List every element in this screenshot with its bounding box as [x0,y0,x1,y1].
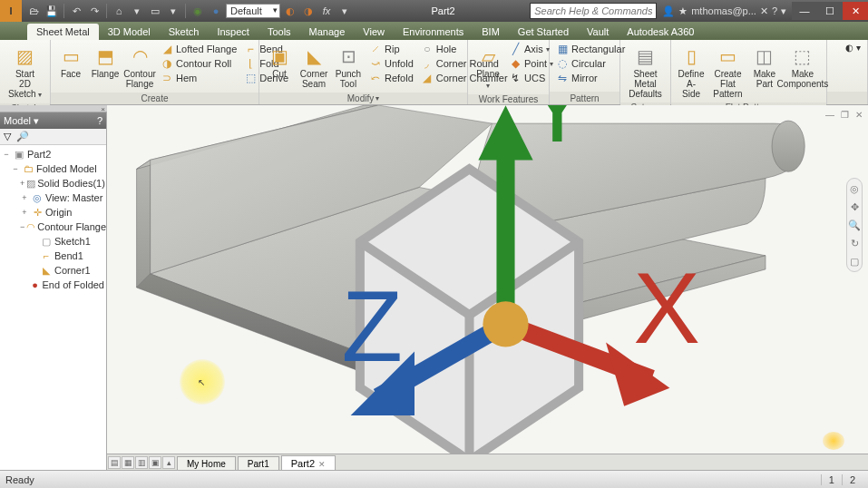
tab-manage[interactable]: Manage [300,24,355,40]
document-title: Part2 [413,5,473,16]
circular-button[interactable]: ◌Circular [553,56,628,71]
tree-end-of-folded[interactable]: ●End of Folded [2,278,104,292]
rip-button[interactable]: ⟋Rip [366,42,416,56]
tree-origin[interactable]: +✛Origin [2,205,104,220]
plane-button[interactable]: ▱ Plane [472,42,504,93]
mirror-button[interactable]: ⇋Mirror [553,71,628,85]
close-tab-icon[interactable]: ✕ [318,460,326,469]
browser-drag-bar[interactable]: × [0,105,107,112]
tree-bend[interactable]: ⌐Bend1 [2,249,104,263]
lofted-flange-button[interactable]: ◢Lofted Flange [158,42,239,56]
tree-solid-bodies[interactable]: +▨Solid Bodies(1) [2,176,104,190]
sheet-metal-defaults-button[interactable]: ▤ Sheet Metal Defaults [624,42,667,101]
part-icon: ▣ [13,148,25,161]
filter-icon[interactable]: ▽ [4,131,11,142]
tab-my-home[interactable]: My Home [177,456,236,471]
tab-sheet-metal[interactable]: Sheet Metal [27,24,99,40]
tab-scroll-icon[interactable]: ▴ [162,456,175,469]
make-part-button[interactable]: ◫ Make Part [748,42,781,91]
user-name[interactable]: mthomas@p... [691,5,756,16]
label: Punch [336,69,361,79]
color-icon[interactable]: ◐ [282,3,298,19]
tab-inspect[interactable]: Inspect [208,24,258,40]
tab-environments[interactable]: Environments [394,24,473,40]
start-2d-sketch-button[interactable]: ▨ Start 2D Sketch [4,42,46,102]
redo-icon[interactable]: ↷ [86,3,102,19]
favorite-icon[interactable]: ★ [678,5,688,17]
tab-get-started[interactable]: Get Started [509,24,578,40]
tree-view[interactable]: +◎View: Master [2,190,104,205]
tree-folded-model[interactable]: −🗀Folded Model [2,161,104,176]
status-page-1[interactable]: 1 [821,474,842,485]
cut-button[interactable]: ▣ Cut [263,42,296,81]
dropdown-icon[interactable]: ▾ [165,3,181,19]
tab-view[interactable]: View [354,24,394,40]
open-icon[interactable]: 🗁 [25,3,42,19]
tab-bim[interactable]: BIM [473,24,509,40]
tree-corner[interactable]: ◣Corner1 [2,263,104,278]
point-button[interactable]: ◆Point [506,56,556,71]
ucs-button[interactable]: ↯UCS [506,71,556,85]
create-flat-pattern-button[interactable]: ▭ Create Flat Pattern [709,42,746,101]
tree-contour-flange[interactable]: −◠Contour Flange1 [2,220,104,234]
browser-help-icon[interactable]: ? [97,115,102,126]
help-icon[interactable]: ? [772,5,777,16]
bend-icon: ⌐ [40,249,53,262]
style-dropdown[interactable]: Default [226,4,280,18]
contour-flange-button[interactable]: ◠ Contour Flange [123,42,156,91]
tab-layout-2-icon[interactable]: ▦ [122,456,134,469]
dropdown-icon[interactable]: ▾ [781,5,786,17]
dropdown-icon[interactable]: ▾ [129,3,145,19]
appearance-icon[interactable]: ● [208,3,224,19]
flange-button[interactable]: ⬒ Flange [89,42,122,81]
viewport[interactable]: — ❐ ✕ [107,105,868,470]
tab-vault[interactable]: Vault [578,24,618,40]
tab-layout-4-icon[interactable]: ▣ [149,456,161,469]
unfold-button[interactable]: ⤻Unfold [366,56,416,71]
make-components-button[interactable]: ⬚ Make Components [783,42,823,91]
corner-seam-button[interactable]: ◣ Corner Seam [297,42,330,91]
define-aside-button[interactable]: ▯ Define A-Side [675,42,707,101]
close-button[interactable]: ✕ [843,2,868,20]
dropdown-icon[interactable]: ▾ [336,3,353,19]
window-controls: — ☐ ✕ [792,2,868,20]
ribbon-options-icon[interactable]: ◐ ▾ [843,42,863,54]
contour-roll-button[interactable]: ◑Contour Roll [158,56,239,71]
color-override-icon[interactable]: ◑ [300,3,317,19]
find-icon[interactable]: 🔎 [16,131,29,142]
hem-button[interactable]: ⊃Hem [158,71,239,85]
tree-sketch[interactable]: ▢Sketch1 [2,234,104,249]
select-icon[interactable]: ▭ [147,3,163,19]
axis-button[interactable]: ╱Axis [506,42,556,56]
home-icon[interactable]: ⌂ [111,3,127,19]
tree-root[interactable]: −▣Part2 [2,147,104,161]
separator [63,4,64,18]
maximize-button[interactable]: ☐ [817,2,843,20]
tab-tools[interactable]: Tools [258,24,300,40]
close-signin-icon[interactable]: ✕ [760,5,768,17]
rectangular-button[interactable]: ▦Rectangular [553,42,628,56]
tab-a360[interactable]: Autodesk A360 [618,24,703,40]
face-button[interactable]: ▭ Face [54,42,87,81]
panel-label[interactable]: Modify [259,93,467,104]
app-icon[interactable]: I [0,0,22,22]
tab-sketch[interactable]: Sketch [160,24,209,40]
panel-label: Work Features [468,94,549,104]
sign-in-icon[interactable]: 👤 [662,5,675,17]
status-page-2[interactable]: 2 [842,474,863,485]
tab-layout-1-icon[interactable]: ▤ [108,456,121,469]
tab-part1[interactable]: Part1 [238,456,279,471]
minimize-button[interactable]: — [792,2,817,20]
punch-tool-button[interactable]: ⊡ Punch Tool [332,42,365,91]
search-input[interactable] [530,3,657,19]
fx-icon[interactable]: fx [318,3,335,19]
material-icon[interactable]: ◉ [190,3,206,19]
tree-label: Contour Flange1 [37,221,106,232]
undo-icon[interactable]: ↶ [68,3,84,19]
save-icon[interactable]: 💾 [44,3,60,19]
tab-layout-3-icon[interactable]: ▥ [135,456,148,469]
refold-button[interactable]: ⤺Refold [366,71,416,85]
tab-part2[interactable]: Part2✕ [281,455,336,471]
tab-3d-model[interactable]: 3D Model [99,24,160,40]
sketch-icon: ▢ [40,235,53,248]
